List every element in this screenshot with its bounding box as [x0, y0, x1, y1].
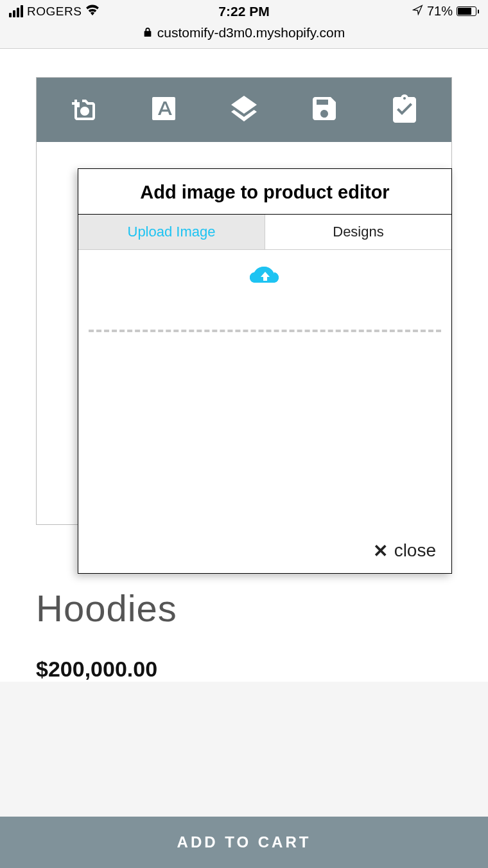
status-left: ROGERS	[9, 4, 100, 19]
add-to-cart-button[interactable]: ADD TO CART	[0, 817, 488, 868]
battery-icon	[457, 6, 479, 16]
modal-spacer	[78, 332, 451, 531]
layers-icon[interactable]	[229, 93, 259, 127]
close-icon: ✕	[373, 540, 388, 562]
upload-area[interactable]	[78, 250, 451, 332]
add-image-modal: Add image to product editor Upload Image…	[78, 168, 452, 574]
close-label: close	[394, 540, 436, 561]
editor-container: Add image to product editor Upload Image…	[36, 77, 452, 525]
page-content: Add image to product editor Upload Image…	[0, 49, 488, 682]
lock-icon	[143, 25, 152, 40]
add-photo-icon[interactable]	[68, 93, 99, 127]
cloud-upload-icon[interactable]	[89, 263, 441, 301]
url-bar[interactable]: customify-d3m0.myshopify.com	[0, 20, 488, 49]
status-bar: ROGERS 7:22 PM 71%	[0, 0, 488, 20]
save-icon[interactable]	[309, 93, 340, 127]
tab-upload-image[interactable]: Upload Image	[78, 215, 265, 249]
product-price: $200,000.00	[36, 657, 452, 682]
tab-designs[interactable]: Designs	[265, 215, 451, 249]
status-right: 71%	[412, 4, 479, 19]
status-time: 7:22 PM	[218, 4, 269, 19]
text-icon[interactable]	[148, 93, 179, 127]
modal-tabs: Upload Image Designs	[78, 215, 451, 250]
editor-toolbar	[37, 78, 451, 142]
modal-close-button[interactable]: ✕ close	[78, 531, 451, 573]
battery-percent: 71%	[427, 4, 453, 19]
location-icon	[412, 4, 423, 19]
clipboard-check-icon[interactable]	[389, 93, 420, 127]
signal-bars-icon	[9, 5, 23, 17]
carrier-label: ROGERS	[27, 4, 82, 19]
wifi-icon	[85, 4, 100, 19]
modal-title: Add image to product editor	[78, 169, 451, 215]
url-text: customify-d3m0.myshopify.com	[157, 25, 345, 40]
product-title: Hoodies	[36, 587, 452, 630]
